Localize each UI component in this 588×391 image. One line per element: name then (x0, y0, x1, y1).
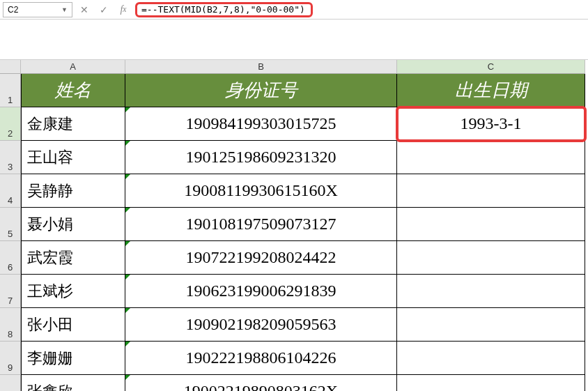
formula-input[interactable]: =--TEXT(MID(B2,7,8),"0-00-00") (135, 2, 313, 17)
cell-b10[interactable]: 19002219890803162X (125, 375, 397, 391)
cancel-formula-button[interactable]: ✕ (77, 2, 92, 17)
row-header-3[interactable]: 3 (0, 141, 21, 174)
cell-a1[interactable]: 姓名 (21, 74, 125, 107)
cell-c7[interactable] (397, 275, 585, 308)
cell-a7[interactable]: 王斌杉 (21, 275, 125, 308)
row-header-2[interactable]: 2 (0, 107, 21, 141)
cell-b1[interactable]: 身份证号 (125, 74, 397, 107)
cell-c5[interactable] (397, 208, 585, 241)
select-all-corner[interactable] (0, 60, 21, 74)
formula-bar-expand-area (0, 20, 588, 60)
chevron-down-icon: ▼ (61, 6, 68, 13)
cell-c6[interactable] (397, 241, 585, 275)
cell-b9[interactable]: 190222198806104226 (125, 342, 397, 375)
cell-c2[interactable]: 1993-3-1 (397, 107, 585, 141)
cell-b3[interactable]: 190125198609231320 (125, 141, 397, 174)
cell-c4[interactable] (397, 174, 585, 208)
row-header-1[interactable]: 1 (0, 74, 21, 107)
formula-text: =--TEXT(MID(B2,7,8),"0-00-00") (141, 4, 305, 15)
row-header-4[interactable]: 4 (0, 174, 21, 208)
cell-a9[interactable]: 李姗姗 (21, 342, 125, 375)
cell-b6[interactable]: 190722199208024422 (125, 241, 397, 275)
row-header-6[interactable]: 6 (0, 241, 21, 275)
cell-c3[interactable] (397, 141, 585, 174)
cell-a2[interactable]: 金康建 (21, 107, 125, 141)
col-header-c[interactable]: C (397, 60, 585, 74)
cell-b5[interactable]: 190108197509073127 (125, 208, 397, 241)
name-box[interactable]: C2 ▼ (3, 2, 72, 17)
row-header-7[interactable]: 7 (0, 275, 21, 308)
col-header-b[interactable]: B (125, 60, 397, 74)
cell-c8[interactable] (397, 308, 585, 342)
row-header-8[interactable]: 8 (0, 308, 21, 342)
cell-c9[interactable] (397, 342, 585, 375)
cell-a10[interactable]: 张鑫欣 (21, 375, 125, 391)
cell-a3[interactable]: 王山容 (21, 141, 125, 174)
cell-b8[interactable]: 190902198209059563 (125, 308, 397, 342)
row-header-9[interactable]: 9 (0, 342, 21, 375)
cell-a5[interactable]: 聂小娟 (21, 208, 125, 241)
spreadsheet-grid: A B C 1 姓名 身份证号 出生日期 2 金康建 1909841993030… (0, 60, 588, 391)
cell-c10[interactable] (397, 375, 585, 391)
cell-a8[interactable]: 张小田 (21, 308, 125, 342)
formula-bar: C2 ▼ ✕ ✓ fx =--TEXT(MID(B2,7,8),"0-00-00… (0, 0, 588, 20)
name-box-value: C2 (8, 5, 18, 15)
confirm-formula-button[interactable]: ✓ (96, 2, 111, 17)
cell-b7[interactable]: 190623199006291839 (125, 275, 397, 308)
row-header-10[interactable]: 10 (0, 375, 21, 391)
cell-a6[interactable]: 武宏霞 (21, 241, 125, 275)
row-header-5[interactable]: 5 (0, 208, 21, 241)
cell-c1[interactable]: 出生日期 (397, 74, 585, 107)
cell-b2[interactable]: 190984199303015725 (125, 107, 397, 141)
cell-a4[interactable]: 吴静静 (21, 174, 125, 208)
cell-b4[interactable]: 19008119930615160X (125, 174, 397, 208)
fx-button[interactable]: fx (116, 2, 131, 17)
col-header-a[interactable]: A (21, 60, 125, 74)
